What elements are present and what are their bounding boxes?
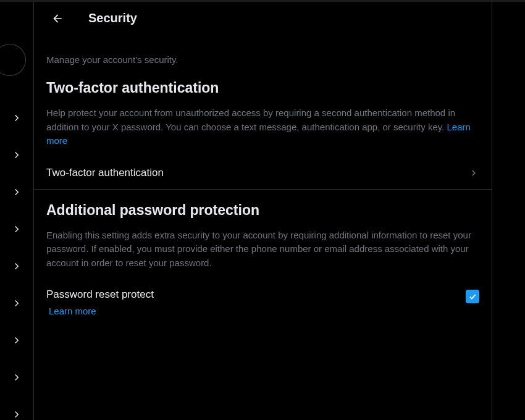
two-factor-section: Two-factor authentication Help protect y… [34,72,492,157]
left-sidebar [0,2,34,420]
check-icon [468,292,477,301]
chevron-right-icon [11,261,22,272]
sidebar-nav-item[interactable] [0,396,33,420]
password-reset-protect-checkbox[interactable] [466,290,479,303]
additional-heading: Additional password protection [46,195,479,221]
additional-learn-more-link[interactable]: Learn more [46,306,466,316]
sidebar-nav-item[interactable] [0,136,33,174]
chevron-right-icon [11,112,22,124]
sidebar-nav-item[interactable] [0,248,33,285]
sidebar-nav-item[interactable] [0,359,33,396]
chevron-right-icon [11,187,22,198]
chevron-right-icon [11,298,22,309]
sidebar-nav-item[interactable] [0,174,33,211]
additional-protection-section: Additional password protection Enabling … [34,190,492,279]
additional-description: Enabling this setting adds extra securit… [46,221,479,279]
password-reset-protect-label: Password reset protect [46,288,466,301]
sidebar-nav-item[interactable] [0,211,33,248]
chevron-right-icon [11,149,22,161]
sidebar-nav-item[interactable] [0,99,33,136]
back-button[interactable] [46,7,69,30]
two-factor-description: Help protect your account from unauthori… [46,99,479,157]
two-factor-heading: Two-factor authentication [46,72,479,99]
toggle-row-left: Password reset protect Learn more [46,288,466,316]
page-title: Security [88,11,137,25]
chevron-right-icon [11,409,22,420]
two-factor-row-label: Two-factor authentication [46,167,164,179]
chevron-right-icon [11,224,22,235]
sidebar-profile-shape[interactable] [0,44,26,76]
arrow-left-icon [51,12,64,25]
page-header: Security [34,2,492,35]
password-reset-protect-row: Password reset protect Learn more [34,279,492,316]
chevron-right-icon [11,335,22,346]
two-factor-desc-text: Help protect your account from unauthori… [46,107,455,132]
sidebar-nav-item[interactable] [0,285,33,322]
sidebar-nav-list [0,99,33,420]
main-content: Security Manage your account's security.… [34,2,492,420]
chevron-right-icon [468,167,479,178]
two-factor-row[interactable]: Two-factor authentication [34,157,492,190]
chevron-right-icon [11,372,22,383]
sidebar-nav-item[interactable] [0,322,33,359]
page-subtitle: Manage your account's security. [34,47,492,72]
